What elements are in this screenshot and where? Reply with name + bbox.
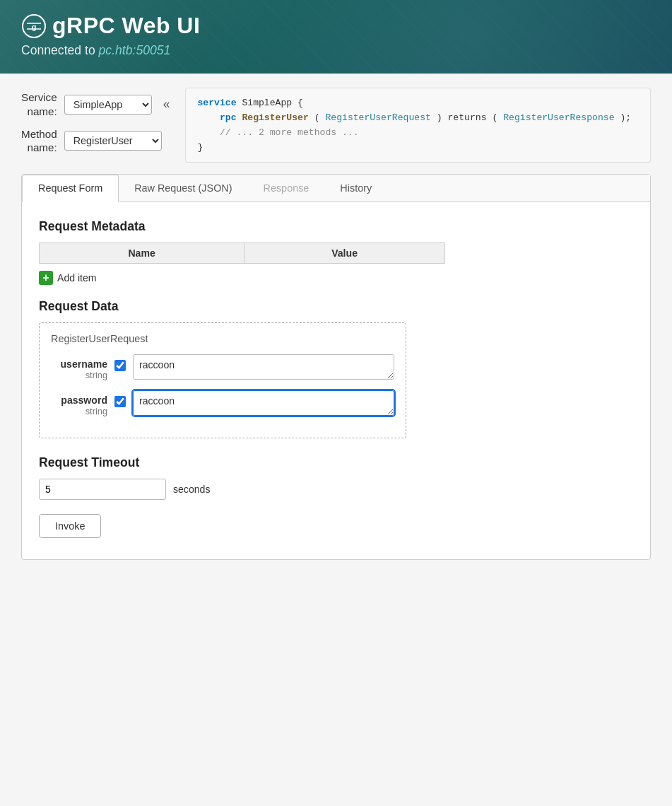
request-data-title: Request Data — [39, 299, 633, 314]
add-item-label: Add item — [57, 272, 97, 284]
metadata-col-name: Name — [40, 243, 244, 264]
password-label: password string — [51, 390, 107, 416]
timeout-input[interactable] — [39, 479, 166, 500]
tab-history[interactable]: History — [324, 175, 387, 202]
metadata-table: Name Value — [39, 243, 445, 264]
tabs-container: Request Form Raw Request (JSON) Response… — [21, 174, 651, 560]
method-group: Method name: RegisterUser — [21, 127, 174, 156]
request-box-title: RegisterUserRequest — [51, 333, 394, 344]
field-row-password: password string raccoon — [51, 390, 394, 416]
code-line-4: } — [197, 140, 639, 155]
password-checkbox[interactable] — [114, 396, 126, 407]
top-section: Service name: SimpleApp « Method name: R… — [21, 88, 651, 163]
grpc-logo: g — [21, 13, 47, 39]
invoke-button[interactable]: Invoke — [39, 514, 101, 538]
code-line-1: service SimpleApp { — [197, 95, 639, 110]
request-data-section: Request Data RegisterUserRequest usernam… — [39, 299, 633, 438]
code-block: service SimpleApp { rpc RegisterUser ( R… — [185, 88, 651, 163]
service-select[interactable]: SimpleApp — [64, 95, 152, 115]
username-label: username string — [51, 354, 107, 380]
password-input[interactable]: raccoon — [133, 390, 394, 416]
service-label: Service name: — [21, 90, 57, 119]
timeout-unit: seconds — [173, 484, 210, 495]
left-panel: Service name: SimpleApp « Method name: R… — [21, 88, 174, 163]
tab-request-form[interactable]: Request Form — [22, 175, 119, 202]
add-item-button[interactable]: + — [39, 271, 53, 285]
request-box: RegisterUserRequest username string racc… — [39, 322, 406, 438]
method-label: Method name: — [21, 127, 57, 156]
connection-address: pc.htb:50051 — [99, 43, 171, 57]
svg-text:g: g — [32, 23, 37, 31]
tab-raw-request[interactable]: Raw Request (JSON) — [119, 175, 247, 202]
tabs-header: Request Form Raw Request (JSON) Response… — [22, 175, 650, 202]
tab-response: Response — [248, 175, 325, 202]
header-subtitle: Connected to pc.htb:50051 — [21, 43, 651, 58]
header: g gRPC Web UI Connected to pc.htb:50051 — [0, 0, 672, 74]
code-line-3: // ... 2 more methods ... — [197, 125, 639, 140]
service-group: Service name: SimpleApp « — [21, 90, 174, 119]
add-item-row: + Add item — [39, 271, 633, 285]
username-input[interactable]: raccoon — [133, 354, 394, 380]
main-content: Service name: SimpleApp « Method name: R… — [0, 74, 672, 574]
metadata-col-value: Value — [244, 243, 445, 264]
code-line-2: rpc RegisterUser ( RegisterUserRequest )… — [197, 110, 639, 125]
header-title-row: g gRPC Web UI — [21, 13, 651, 39]
app-name: gRPC Web UI — [52, 13, 200, 39]
grpc-logo-icon: g — [21, 13, 47, 39]
right-panel: service SimpleApp { rpc RegisterUser ( R… — [185, 88, 651, 163]
tab-content: Request Metadata Name Value + Add item R… — [22, 202, 650, 559]
timeout-row: seconds — [39, 479, 633, 500]
collapse-button[interactable]: « — [159, 95, 175, 113]
timeout-section: Request Timeout seconds — [39, 455, 633, 500]
username-checkbox[interactable] — [114, 360, 126, 371]
request-metadata-title: Request Metadata — [39, 219, 633, 234]
timeout-title: Request Timeout — [39, 455, 633, 470]
method-select[interactable]: RegisterUser — [64, 131, 162, 151]
field-row-username: username string raccoon — [51, 354, 394, 380]
